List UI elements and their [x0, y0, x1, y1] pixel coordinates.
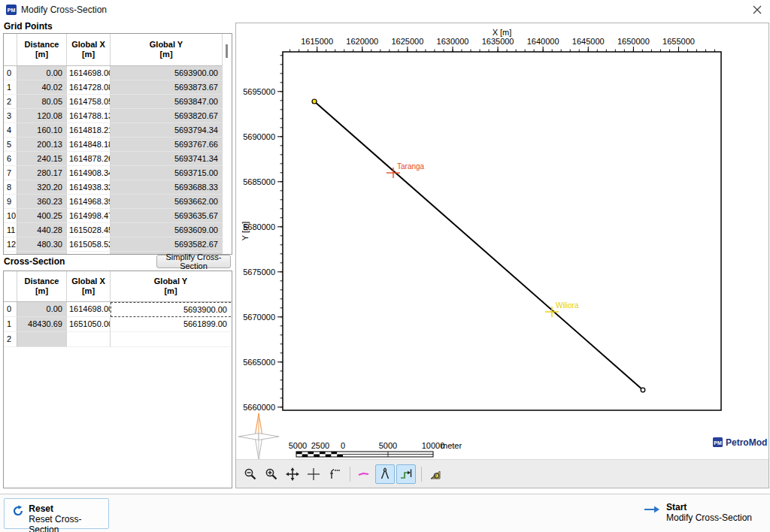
svg-text:1650000: 1650000 [617, 37, 650, 46]
header-global-y-line2: [m] [159, 50, 172, 59]
row-index: 6 [4, 152, 17, 166]
svg-text:5660000: 5660000 [243, 403, 275, 412]
zoom-in-icon[interactable] [262, 464, 281, 484]
row-index: 4 [4, 123, 17, 138]
global-y-cell: 5693767.66 [111, 138, 222, 152]
global-x-cell[interactable]: 1614788.13 [67, 109, 111, 123]
distance-cell: 360.23 [17, 195, 67, 209]
global-y-cell[interactable]: 5661899.00 [111, 317, 231, 332]
polyline-tool-icon[interactable] [354, 464, 374, 484]
global-x-cell[interactable]: 1615028.45 [67, 223, 111, 237]
row-index: 12 [4, 237, 17, 252]
svg-text:2500: 2500 [311, 441, 329, 450]
svg-text:1640000: 1640000 [527, 37, 559, 46]
global-y-cell: 5693609.00 [111, 223, 222, 237]
row-index: 3 [4, 109, 17, 123]
reset-icon [12, 505, 23, 517]
table-row: 4160.101614818.215693794.34 [4, 123, 232, 138]
table-row: 00.001614698.005693900.00 [4, 66, 232, 80]
row-index: 13 [4, 252, 17, 255]
global-x-cell[interactable] [67, 332, 111, 347]
divider-compass-tool-icon[interactable] [375, 464, 395, 484]
measure-icon[interactable] [325, 464, 344, 484]
distance-cell [17, 332, 67, 347]
svg-text:1620000: 1620000 [346, 37, 378, 46]
cross-section-body: 00.001614698.005693900.00148430.69165105… [4, 302, 232, 347]
header-global-y: Global Y [m] [111, 271, 231, 301]
global-x-cell[interactable]: 1614998.47 [67, 209, 111, 223]
close-icon [752, 5, 762, 15]
svg-text:Wiliora: Wiliora [556, 301, 579, 310]
start-arrow-icon [644, 504, 660, 515]
global-y-cell: 5693688.33 [111, 180, 222, 195]
global-y-cell: 5693741.34 [111, 152, 222, 166]
crosshair-icon[interactable] [304, 464, 323, 484]
map-toolbar [236, 459, 768, 488]
row-index: 2 [4, 332, 17, 347]
simplify-cross-section-button[interactable]: Simplify Cross-Section [156, 255, 231, 268]
svg-text:5690000: 5690000 [243, 132, 275, 141]
close-button[interactable] [752, 5, 762, 15]
global-x-cell[interactable]: 1614758.05 [67, 95, 111, 109]
title-bar: PM Modify Cross-Section [0, 0, 770, 20]
svg-text:5685000: 5685000 [243, 177, 275, 186]
scrollbar-thumb[interactable] [226, 44, 228, 58]
window-title: Modify Cross-Section [21, 5, 107, 15]
global-x-cell[interactable]: 1651050.00 [67, 317, 111, 332]
global-x-cell[interactable]: 1614818.21 [67, 123, 111, 138]
svg-text:1625000: 1625000 [391, 37, 423, 46]
map-canvas[interactable]: 1615000162000016250001630000163500016400… [236, 23, 768, 459]
row-index: 0 [4, 66, 17, 80]
distance-cell: 40.02 [17, 80, 67, 95]
global-x-cell[interactable]: 1614698.00 [67, 66, 111, 80]
row-index: 1 [4, 317, 17, 332]
table-row: 3120.081614788.135693820.67 [4, 109, 232, 123]
distance-cell: 400.25 [17, 209, 67, 223]
header-distance: Distance [m] [17, 271, 67, 301]
svg-text:1630000: 1630000 [437, 37, 469, 46]
app-icon: PM [6, 5, 17, 15]
svg-text:1615000: 1615000 [301, 37, 333, 46]
edit-path-tool-icon[interactable] [396, 464, 416, 484]
zoom-out-icon[interactable] [241, 464, 260, 484]
global-x-cell[interactable]: 1615088.60 [67, 252, 111, 255]
global-x-cell[interactable]: 1614968.39 [67, 195, 111, 209]
distance-cell: 320.20 [17, 180, 67, 195]
table-row: 12480.301615058.525693582.67 [4, 237, 232, 252]
svg-text:1655000: 1655000 [662, 37, 695, 46]
global-x-cell[interactable]: 1614938.32 [67, 180, 111, 195]
svg-text:X [m]: X [m] [493, 28, 512, 37]
svg-text:5675000: 5675000 [243, 268, 275, 277]
table-row: 280.051614758.055693847.00 [4, 95, 232, 109]
global-y-cell[interactable]: 5693900.00 [111, 302, 231, 317]
global-x-cell[interactable]: 1614848.18 [67, 138, 111, 152]
header-distance-line1: Distance [25, 277, 59, 286]
table-row: 140.021614728.085693873.67 [4, 80, 232, 95]
global-x-cell[interactable]: 1614728.08 [67, 80, 111, 95]
global-x-cell[interactable]: 1614878.26 [67, 152, 111, 166]
grid-points-scrollbar[interactable] [222, 34, 232, 254]
svg-text:PetroMod: PetroMod [726, 437, 767, 448]
svg-text:Y [m]: Y [m] [241, 222, 250, 240]
scale-tool-icon[interactable] [426, 464, 445, 484]
global-y-cell: 5693635.67 [111, 209, 222, 223]
global-x-cell[interactable]: 1614698.00 [67, 302, 111, 317]
header-global-x-line2: [m] [82, 50, 95, 59]
row-index: 8 [4, 180, 17, 195]
grid-points-label: Grid Points [4, 21, 53, 32]
global-x-cell[interactable]: 1614908.34 [67, 166, 111, 180]
reset-button-subtitle: Reset Cross-Section [29, 514, 108, 532]
global-y-cell: 5693582.67 [111, 237, 222, 252]
pan-icon[interactable] [283, 464, 302, 484]
svg-text:0: 0 [341, 441, 345, 450]
global-y-cell: 5693820.67 [111, 109, 222, 123]
start-button[interactable]: Start Modify Cross-Section [644, 502, 752, 523]
reset-button[interactable]: Reset Reset Cross-Section [4, 498, 109, 529]
global-y-cell: 5693900.00 [111, 66, 222, 80]
cross-section-table: Distance [m] Global X [m] Global Y [m] 0… [3, 271, 232, 488]
row-index: 11 [4, 223, 17, 237]
global-y-cell[interactable] [111, 332, 231, 347]
global-x-cell[interactable]: 1615058.52 [67, 237, 111, 252]
header-global-y-line2: [m] [164, 286, 177, 296]
global-y-cell: 5693794.34 [111, 123, 222, 138]
